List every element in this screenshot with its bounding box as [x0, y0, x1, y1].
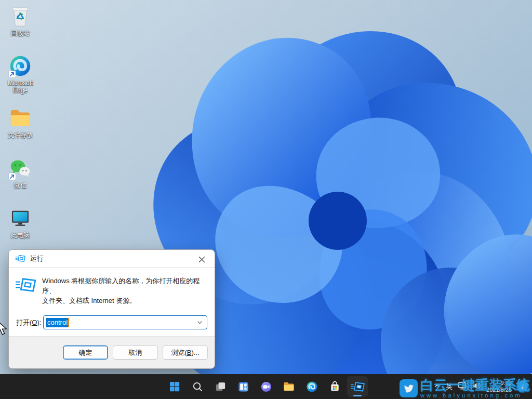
- clock[interactable]: 9:33 2021/8/25: [486, 380, 512, 393]
- shortcut-arrow-icon: [9, 173, 16, 180]
- run-icon-large: [15, 276, 37, 305]
- desktop-icon-wechat[interactable]: 微信: [1, 156, 40, 202]
- edge-icon: [8, 54, 32, 78]
- run-dialog-footer: 确定 取消 浏览(B)...: [9, 336, 215, 368]
- run-icon: [15, 255, 25, 262]
- text-caret: [68, 318, 69, 327]
- run-app-taskbar-button[interactable]: [347, 376, 368, 397]
- chevron-down-icon: [196, 319, 203, 326]
- cancel-button[interactable]: 取消: [113, 345, 158, 360]
- desktop-icon-recycle-bin[interactable]: 回收站: [1, 4, 40, 50]
- widgets-button[interactable]: [233, 376, 254, 397]
- folder-icon: [8, 106, 32, 130]
- file-explorer-button[interactable]: [278, 376, 299, 397]
- task-view-button[interactable]: [210, 376, 231, 397]
- desktop-icon-label: 此电脑: [1, 232, 40, 239]
- ok-button[interactable]: 确定: [63, 345, 108, 360]
- tray-date: 2021/8/25: [486, 387, 512, 393]
- run-dialog-titlebar[interactable]: 运行: [9, 250, 215, 268]
- desktop-icon-label: 回收站: [1, 30, 40, 37]
- run-command-input[interactable]: control: [43, 315, 207, 329]
- network-button[interactable]: [457, 381, 467, 393]
- task-view-icon: [215, 381, 227, 393]
- run-dialog-description: Windows 将根据你所输入的名称，为你打开相应的程序、 文件夹、文档或 In…: [37, 276, 207, 305]
- ime-indicator[interactable]: 英: [446, 382, 453, 391]
- selected-input-text: control: [46, 318, 68, 327]
- speaker-icon: [472, 381, 482, 391]
- edge-button[interactable]: [301, 376, 322, 397]
- recycle-bin-icon: [8, 4, 32, 28]
- ethernet-network-icon: [457, 381, 467, 391]
- edge-icon: [306, 381, 318, 393]
- volume-button[interactable]: [472, 381, 482, 393]
- description-line-2: 文件夹、文档或 Internet 资源。: [42, 296, 207, 305]
- shortcut-arrow-icon: [9, 71, 16, 77]
- store-button[interactable]: [324, 376, 345, 397]
- run-icon: [350, 381, 365, 392]
- run-dialog: 运行 Windows 将根据你所输入的名称，为你打开相应的程序、 文件夹、文档或…: [8, 249, 215, 369]
- close-icon: [198, 256, 205, 263]
- tray-time: 9:33: [486, 380, 512, 387]
- search-button[interactable]: [187, 376, 208, 397]
- store-icon: [329, 381, 341, 393]
- chat-button[interactable]: [256, 376, 276, 397]
- description-line-1: Windows 将根据你所输入的名称，为你打开相应的程序、: [42, 276, 207, 296]
- file-explorer-icon: [283, 380, 295, 393]
- desktop-icon-label: 文件存放: [1, 131, 40, 139]
- combo-dropdown-button[interactable]: [196, 319, 203, 327]
- browse-button[interactable]: 浏览(B)...: [163, 345, 208, 360]
- search-icon: [192, 381, 204, 393]
- this-pc-icon: [8, 206, 32, 230]
- chevron-up-icon: [433, 382, 441, 390]
- close-button[interactable]: [194, 254, 209, 265]
- desktop-icon-this-pc[interactable]: 此电脑: [1, 206, 40, 252]
- hidden-icons-chevron[interactable]: [433, 382, 441, 392]
- run-dialog-title: 运行: [30, 254, 44, 263]
- desktop-icon-microsoft-edge[interactable]: Microsoft Edge: [1, 54, 40, 100]
- taskbar-center-icons: [164, 374, 368, 399]
- chat-icon: [260, 381, 272, 393]
- system-tray: 英 9:33 2021/8/25 2: [433, 374, 529, 399]
- desktop-icon-label: Microsoft Edge: [1, 79, 40, 94]
- start-button[interactable]: [164, 376, 185, 397]
- windows-start-icon: [168, 380, 181, 393]
- widgets-icon: [237, 381, 249, 393]
- wechat-icon: [8, 156, 32, 180]
- desktop-icon-file-folder[interactable]: 文件存放: [1, 106, 40, 152]
- desktop-icon-list: 回收站 Microsoft Edge 文件存放: [1, 4, 40, 256]
- taskbar: 英 9:33 2021/8/25 2: [0, 374, 532, 399]
- notification-count-badge[interactable]: 2: [516, 380, 529, 393]
- open-field-label: 打开(O):: [16, 318, 43, 327]
- desktop-icon-label: 微信: [1, 182, 40, 189]
